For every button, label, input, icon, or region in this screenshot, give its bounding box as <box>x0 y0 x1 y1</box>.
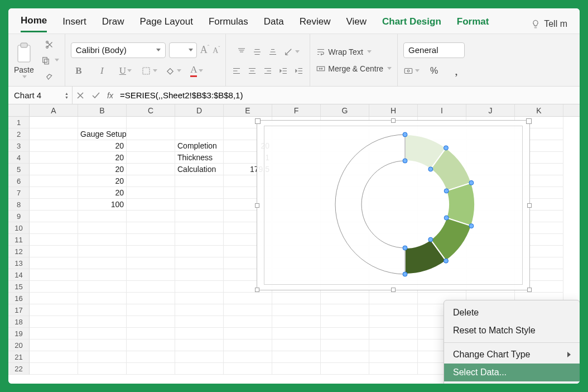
cell[interactable] <box>321 363 369 375</box>
cell[interactable] <box>321 316 369 328</box>
cell[interactable]: 20 <box>78 187 127 199</box>
row-header[interactable]: 21 <box>8 351 30 363</box>
orientation-button[interactable] <box>283 45 300 59</box>
paste-icon[interactable] <box>15 42 33 64</box>
cell[interactable] <box>369 328 418 340</box>
decrease-indent-icon[interactable] <box>278 66 288 76</box>
cell[interactable] <box>30 304 78 316</box>
cell[interactable] <box>272 340 321 351</box>
cell[interactable] <box>127 140 175 152</box>
row-header[interactable]: 6 <box>8 175 30 187</box>
cell[interactable] <box>272 328 321 340</box>
series-selection-handle[interactable] <box>403 132 407 137</box>
font-color-button[interactable]: A <box>189 64 205 78</box>
cell[interactable] <box>127 117 175 128</box>
cell[interactable] <box>30 316 78 328</box>
cell[interactable] <box>175 293 224 304</box>
increase-indent-icon[interactable] <box>294 66 304 76</box>
chevron-down-icon[interactable] <box>22 75 27 78</box>
cell[interactable] <box>30 340 78 351</box>
cell[interactable] <box>272 351 321 363</box>
cell[interactable] <box>369 351 418 363</box>
bold-button[interactable]: B <box>71 64 86 78</box>
ctx-reset-style[interactable]: Reset to Match Style <box>444 322 580 340</box>
cell[interactable] <box>369 304 418 316</box>
row-header[interactable]: 7 <box>8 187 30 199</box>
cell[interactable] <box>30 140 78 152</box>
cell[interactable] <box>272 304 321 316</box>
cell[interactable] <box>127 304 175 316</box>
cell[interactable] <box>127 316 175 328</box>
cell[interactable] <box>127 199 175 211</box>
cell[interactable]: 20 <box>78 140 127 152</box>
series-selection-handle[interactable] <box>444 146 448 150</box>
cell[interactable] <box>175 128 224 140</box>
row-header[interactable]: 3 <box>8 140 30 152</box>
cell[interactable] <box>321 328 369 340</box>
row-header[interactable]: 8 <box>8 199 30 211</box>
tab-data[interactable]: Data <box>264 16 284 32</box>
cell[interactable] <box>30 328 78 340</box>
row-header[interactable]: 20 <box>8 340 30 351</box>
cell[interactable] <box>78 363 127 375</box>
cell[interactable] <box>78 234 127 246</box>
cell[interactable] <box>224 328 272 340</box>
fx-label[interactable]: fx <box>104 91 117 100</box>
cell[interactable] <box>127 152 175 164</box>
cell[interactable] <box>78 328 127 340</box>
column-header[interactable]: D <box>175 104 224 116</box>
tab-page-layout[interactable]: Page Layout <box>139 16 192 32</box>
cell[interactable] <box>175 175 224 187</box>
cell[interactable] <box>30 363 78 375</box>
italic-button[interactable]: I <box>94 64 110 78</box>
tab-format[interactable]: Format <box>457 16 489 32</box>
cell[interactable] <box>175 117 224 128</box>
cell[interactable] <box>175 304 224 316</box>
cell[interactable] <box>78 340 127 351</box>
column-header[interactable]: C <box>127 104 175 116</box>
column-header[interactable]: B <box>78 104 127 116</box>
cell[interactable] <box>175 246 224 257</box>
cell[interactable] <box>127 187 175 199</box>
cell[interactable] <box>272 293 321 304</box>
row-header[interactable]: 22 <box>8 363 30 375</box>
cell[interactable] <box>175 351 224 363</box>
cell[interactable] <box>30 281 78 293</box>
align-right-icon[interactable] <box>263 66 273 76</box>
cell[interactable] <box>30 187 78 199</box>
cell[interactable] <box>224 351 272 363</box>
cell[interactable] <box>127 234 175 246</box>
cell[interactable] <box>78 246 127 257</box>
column-header[interactable]: E <box>224 104 272 116</box>
cell[interactable] <box>127 328 175 340</box>
row-header[interactable]: 10 <box>8 222 30 234</box>
cell[interactable]: 100 <box>78 199 127 211</box>
series-selection-handle[interactable] <box>444 259 448 263</box>
series-selection-handle[interactable] <box>469 180 474 185</box>
cell[interactable] <box>30 199 78 211</box>
ctx-delete[interactable]: Delete <box>444 304 580 322</box>
cell[interactable] <box>127 222 175 234</box>
cell[interactable] <box>30 211 78 222</box>
cell[interactable] <box>224 340 272 351</box>
worksheet[interactable]: ABCDEFGHIJK 12Gauge Setup320Completion20… <box>8 104 580 384</box>
cell[interactable] <box>127 293 175 304</box>
series-selection-handle[interactable] <box>428 237 433 242</box>
ctx-change-chart-type[interactable]: Change Chart Type <box>444 346 580 364</box>
cell[interactable] <box>224 304 272 316</box>
cell[interactable] <box>30 128 78 140</box>
row-header[interactable]: 9 <box>8 211 30 222</box>
cell[interactable] <box>175 269 224 281</box>
cell[interactable] <box>78 316 127 328</box>
cell[interactable] <box>78 211 127 222</box>
column-header[interactable]: F <box>272 104 321 116</box>
series-selection-handle[interactable] <box>403 159 407 163</box>
chart-object[interactable] <box>257 120 530 290</box>
row-header[interactable]: 11 <box>8 234 30 246</box>
cell[interactable] <box>272 363 321 375</box>
align-top-icon[interactable] <box>237 47 247 57</box>
cell[interactable] <box>78 269 127 281</box>
cell[interactable] <box>175 257 224 269</box>
cell[interactable] <box>175 187 224 199</box>
name-box-stepper[interactable]: ▲▼ <box>65 92 69 99</box>
